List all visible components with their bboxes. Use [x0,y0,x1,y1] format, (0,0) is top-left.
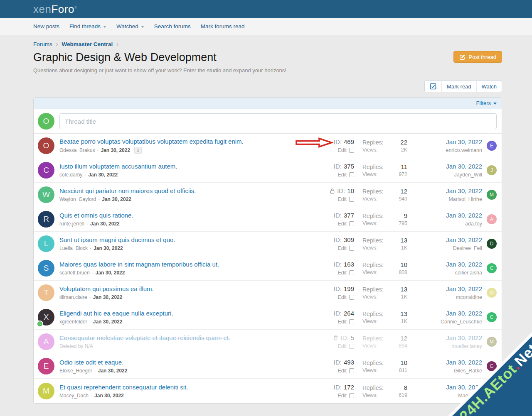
post-thread-button[interactable]: Post thread [453,51,502,63]
current-user-avatar[interactable]: O [38,113,54,130]
last-post-date-link[interactable]: Jan 30, 2022 [446,310,482,317]
last-poster-name[interactable]: Connie_Leuschke [412,319,482,325]
thread-title-link[interactable]: Et quasi reprehenderit consequatur delen… [59,384,188,391]
filters-toggle[interactable]: Filters [476,100,491,106]
edit-checkbox[interactable] [349,319,354,324]
mark-read-button[interactable]: Mark read [441,81,476,92]
nav-item-find-threads[interactable]: Find threads [69,23,106,29]
thread-title-link[interactable]: Iusto illum voluptatem accusantium autem… [59,163,177,170]
edit-control[interactable]: Edit [316,319,354,325]
last-poster-name[interactable]: Jayden_Will [412,172,482,178]
edit-checkbox[interactable] [349,270,354,275]
edit-control[interactable]: Edit [316,245,354,251]
last-poster-avatar[interactable]: C [487,312,497,322]
last-poster-avatar[interactable]: C [487,263,497,273]
last-poster-avatar[interactable]: J [487,165,497,175]
thread-author[interactable]: xgreenfelder [59,319,87,325]
edit-control[interactable]: Edit [316,294,354,300]
thread-title-link[interactable]: Beatae porro voluptas voluptatibus volup… [59,138,244,145]
last-poster-avatar[interactable]: E [487,141,497,151]
thread-title-link[interactable]: Nesciunt qui pariatur non maiores quod e… [59,187,196,194]
thread-title-input[interactable] [59,113,497,129]
edit-checkbox[interactable] [349,295,354,300]
nav-item-mark-forums-read[interactable]: Mark forums read [201,23,245,29]
edit-checkbox[interactable] [349,393,354,398]
last-post-date-link[interactable]: Jan 30, 2022 [446,212,482,219]
thread-title-link[interactable]: Quis et omnis quis ratione. [59,212,133,219]
last-poster-name[interactable]: Desiree_Feil [412,245,482,251]
last-post-date-link[interactable]: Jan 30, 2022 [446,163,482,170]
thread-starter-avatar[interactable]: R [38,211,54,228]
thread-author[interactable]: Eloise_Hoeger [59,368,92,374]
edit-checkbox[interactable] [349,172,354,177]
breadcrumb-item-forums[interactable]: Forums [33,41,52,47]
last-poster-name[interactable]: ada.toy [412,221,482,227]
last-post-date-link[interactable]: Jan 30, 2022 [446,236,482,243]
thread-starter-avatar[interactable]: M [38,383,54,399]
edit-control[interactable]: Edit [316,270,354,276]
thread-author[interactable]: runte.jerrell [59,221,84,227]
thread-starter-avatar[interactable]: T [38,284,54,301]
edit-control[interactable]: Edit [316,196,354,202]
nav-item-search-forums[interactable]: Search forums [154,23,191,29]
last-poster-avatar[interactable]: M [487,337,497,347]
thread-author[interactable]: tillman.claire [59,294,87,300]
nav-item-label: Find threads [69,23,101,29]
edit-control[interactable]: Edit [316,343,354,349]
last-post-date-link[interactable]: Jan 30, 2022 [446,187,482,194]
thread-starter-avatar[interactable]: E [38,358,54,374]
xenforo-logo[interactable]: xenForo® [33,4,77,15]
thread-starter-avatar[interactable]: A [38,333,54,350]
nav-item-watched[interactable]: Watched [116,23,144,29]
edit-checkbox[interactable] [349,148,354,153]
thread-starter-avatar[interactable]: C [38,162,54,179]
select-all-checkbox-button[interactable] [425,81,441,92]
thread-title-link[interactable]: Consequatur molestiae voluptate et itaqu… [59,334,230,341]
edit-checkbox[interactable] [349,221,354,226]
last-poster-name[interactable]: collier.aisha [412,270,482,276]
breadcrumb-item-webmaster-central[interactable]: Webmaster Central [62,41,113,47]
last-poster-name[interactable]: mconsidine [412,294,482,300]
edit-control[interactable]: Edit [316,393,354,399]
edit-control[interactable]: Edit [316,221,354,227]
last-poster-name[interactable]: Giles_Ratke [412,368,482,374]
last-poster-name[interactable]: enrico.weimann [412,147,482,153]
last-poster-name[interactable]: Marisol_Hirthe [412,196,482,202]
thread-title-link[interactable]: Sunt ut ipsum magni quis ducimus et quo. [59,236,175,243]
thread-author[interactable]: scarlett.bruen [59,270,90,276]
last-poster-avatar[interactable]: M [487,190,497,200]
last-post-date-link[interactable]: Jan 30, 2022 [446,285,482,292]
last-post-date-link[interactable]: Jan 30, 2022 [446,334,482,341]
edit-control[interactable]: Edit [316,368,354,374]
page-number-badge[interactable]: 2 [134,147,142,154]
last-poster-avatar[interactable]: D [487,239,497,249]
thread-starter-avatar[interactable]: L [38,235,54,252]
edit-checkbox[interactable] [349,368,354,373]
thread-author[interactable]: Waylon_Gaylord [59,196,96,202]
last-post-date-link[interactable]: Jan 30, 2022 [446,359,482,366]
edit-checkbox[interactable] [349,197,354,202]
edit-control[interactable]: Edit [316,172,354,178]
thread-title-link[interactable]: Maiores quas labore in sint magnam tempo… [59,261,219,268]
last-poster-avatar[interactable]: M [487,288,497,298]
thread-author[interactable]: Odessa_Brakus [59,147,95,153]
nav-item-new-posts[interactable]: New posts [33,23,59,29]
thread-title-link[interactable]: Eligendi aut hic ea eaque nulla exceptur… [59,310,173,317]
thread-starter-avatar[interactable]: S [38,260,54,277]
thread-author[interactable]: cole.darby [59,172,82,178]
thread-starter-avatar[interactable]: X O [38,309,54,325]
edit-checkbox[interactable] [349,246,354,251]
thread-title-link[interactable]: Voluptatem qui possimus ea illum. [59,285,154,292]
edit-checkbox[interactable] [349,344,354,349]
thread-starter-avatar[interactable]: W [38,186,54,203]
thread-author[interactable]: Luella_Block [59,245,88,251]
last-poster-avatar[interactable]: A [487,214,497,224]
last-post-date-link[interactable]: Jan 30, 2022 [446,261,482,268]
thread-author[interactable]: Macey_Dach [59,393,89,399]
last-poster-name[interactable]: mueller.laney [412,343,482,349]
thread-title-link[interactable]: Odio iste odit et eaque. [59,359,123,366]
thread-starter-avatar[interactable]: O [38,137,54,154]
edit-control[interactable]: Edit [316,147,354,153]
last-post-date-link[interactable]: Jan 30, 2022 [446,138,482,145]
watch-button[interactable]: Watch [476,81,502,92]
